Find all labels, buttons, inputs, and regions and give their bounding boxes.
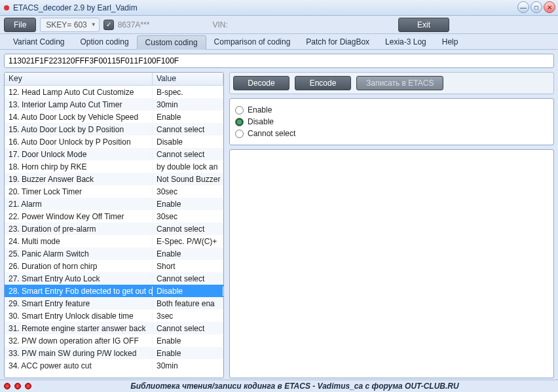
cell-key: 25. Panic Alarm Switch [5, 249, 153, 258]
detail-panel [229, 149, 554, 378]
radio-group: Enable Disable Cannot select [229, 98, 554, 145]
cell-value: Disable [153, 287, 223, 296]
cell-key: 24. Multi mode [5, 237, 153, 246]
toolbar: File SKEY= 603 ▼ ✓ 8637A*** VIN: Exit [0, 16, 558, 34]
cell-value: Disable [153, 137, 223, 147]
cell-value: Enable [153, 113, 223, 122]
maximize-button[interactable]: □ [530, 1, 542, 13]
action-row: Decode Encode Записать в ETACS [229, 72, 554, 94]
status-led-icon [14, 383, 21, 389]
table-row[interactable]: 26. Duration of horn chirpShort [5, 260, 223, 272]
write-etacs-button: Записать в ETACS [356, 76, 443, 90]
radio-enable[interactable]: Enable [235, 104, 548, 116]
cell-value: Enable [153, 349, 223, 358]
cell-key: 34. ACC power auto cut [5, 361, 153, 370]
encode-button[interactable]: Encode [295, 76, 351, 90]
status-led-icon [4, 383, 10, 389]
part-number-label: 8637A*** [118, 20, 150, 29]
table-row[interactable]: 15. Auto Door Lock by D PositionCannot s… [5, 123, 223, 135]
cell-key: 32. P/W down operation after IG OFF [5, 336, 153, 346]
status-led-icon [25, 383, 31, 389]
vin-label: VIN: [212, 20, 227, 29]
cell-key: 26. Duration of horn chirp [5, 262, 153, 271]
cell-value: Cannot select [153, 274, 223, 283]
table-row[interactable]: 27. Smart Entry Auto LockCannot select [5, 272, 223, 285]
code-input[interactable] [4, 54, 554, 68]
cell-key: 22. Power Window Key Off Timer [5, 212, 153, 221]
window-title: ETACS_decoder 2.9 by Earl_Vadim [13, 3, 138, 12]
cell-key: 20. Timer Lock Timer [5, 187, 153, 196]
table-row[interactable]: 23. Duration of pre-alarmCannot select [5, 223, 223, 235]
chevron-down-icon: ▼ [91, 22, 96, 27]
cell-value: Cannot select [153, 224, 223, 234]
cell-key: 19. Buzzer Answer Back [5, 175, 153, 184]
cell-value: E-Spec. P/W(C)+ [153, 237, 223, 246]
minimize-button[interactable]: — [517, 1, 529, 13]
table-row[interactable]: 28. Smart Entry Fob detected to get out … [5, 285, 223, 297]
decode-button[interactable]: Decode [233, 76, 289, 90]
tab-comparison-of-coding[interactable]: Comparison of coding [206, 35, 299, 49]
table-row[interactable]: 20. Timer Lock Timer30sec [5, 185, 223, 198]
tab-help[interactable]: Help [434, 35, 466, 49]
cell-value: 30sec [153, 187, 223, 196]
skey-dropdown[interactable]: SKEY= 603 ▼ [40, 18, 99, 32]
table-row[interactable]: 24. Multi modeE-Spec. P/W(C)+ [5, 235, 223, 247]
cell-value: by double lock an [153, 162, 223, 171]
header-key[interactable]: Key [5, 73, 153, 85]
cell-value: Not Sound Buzzer [153, 175, 223, 184]
table-row[interactable]: 14. Auto Door Lock by Vehicle SpeedEnabl… [5, 111, 223, 123]
table-row[interactable]: 34. ACC power auto cut30min [5, 359, 223, 372]
cell-key: 16. Auto Door Unlock by P Position [5, 137, 153, 147]
table-row[interactable]: 30. Smart Entry Unlock disable time3sec [5, 310, 223, 322]
app-icon [4, 5, 9, 10]
table-row[interactable]: 25. Panic Alarm SwitchEnable [5, 247, 223, 260]
cell-key: 18. Horn chirp by RKE [5, 162, 153, 171]
title-bar: ETACS_decoder 2.9 by Earl_Vadim — □ ✕ [0, 0, 558, 16]
table-row[interactable]: 19. Buzzer Answer BackNot Sound Buzzer [5, 173, 223, 185]
exit-button[interactable]: Exit [398, 18, 449, 32]
cell-key: 31. Remote engine starter answer back [5, 324, 153, 333]
radio-disable[interactable]: Disable [235, 116, 548, 128]
tab-lexia-3-log[interactable]: Lexia-3 Log [377, 35, 434, 49]
grid-body[interactable]: 12. Head Lamp Auto Cut CustomizeB-spec.1… [5, 86, 223, 378]
cell-value: Cannot select [153, 150, 223, 159]
close-button[interactable]: ✕ [544, 1, 555, 13]
cell-value: 3sec [153, 312, 223, 321]
tab-custom-coding[interactable]: Custom coding [137, 35, 206, 50]
cell-value: Short [153, 262, 223, 271]
table-row[interactable]: 16. Auto Door Unlock by P PositionDisabl… [5, 135, 223, 148]
tab-option-coding[interactable]: Option coding [73, 35, 137, 49]
file-button[interactable]: File [4, 18, 36, 32]
table-row[interactable]: 12. Head Lamp Auto Cut CustomizeB-spec. [5, 86, 223, 98]
header-value[interactable]: Value [153, 73, 223, 85]
status-message: Библиотека чтения/записи кодинга в ETACS… [35, 382, 554, 391]
tab-patch-for-diagbox[interactable]: Patch for DiagBox [298, 35, 377, 49]
table-row[interactable]: 18. Horn chirp by RKEby double lock an [5, 160, 223, 173]
cell-value: Both feature ena [153, 299, 223, 308]
table-row[interactable]: 31. Remote engine starter answer backCan… [5, 322, 223, 334]
table-row[interactable]: 32. P/W down operation after IG OFFEnabl… [5, 334, 223, 347]
table-row[interactable]: 21. AlarmEnable [5, 198, 223, 210]
radio-cannot-select[interactable]: Cannot select [235, 128, 548, 139]
cell-value: Enable [153, 249, 223, 258]
table-row[interactable]: 13. Interior Lamp Auto Cut Timer30min [5, 98, 223, 111]
content-area: Key Value 12. Head Lamp Auto Cut Customi… [0, 50, 558, 380]
skey-label: SKEY= 603 [46, 20, 86, 29]
cell-key: 33. P/W main SW during P/W locked [5, 349, 153, 358]
cell-key: 14. Auto Door Lock by Vehicle Speed [5, 113, 153, 122]
cell-key: 23. Duration of pre-alarm [5, 224, 153, 234]
table-row[interactable]: 17. Door Unlock ModeCannot select [5, 148, 223, 160]
cell-value: 30min [153, 361, 223, 370]
tab-variant-coding[interactable]: Variant Coding [5, 35, 73, 49]
table-row[interactable]: 33. P/W main SW during P/W lockedEnable [5, 347, 223, 359]
checkbox-toggle[interactable]: ✓ [103, 20, 114, 30]
cell-key: 29. Smart Entry feature [5, 299, 153, 308]
cell-value: 30sec [153, 212, 223, 221]
cell-key: 21. Alarm [5, 200, 153, 209]
cell-key: 28. Smart Entry Fob detected to get out … [5, 287, 153, 296]
cell-key: 13. Interior Lamp Auto Cut Timer [5, 100, 153, 109]
cell-key: 12. Head Lamp Auto Cut Customize [5, 88, 153, 97]
table-row[interactable]: 22. Power Window Key Off Timer30sec [5, 210, 223, 223]
split-pane: Key Value 12. Head Lamp Auto Cut Customi… [4, 72, 554, 378]
table-row[interactable]: 29. Smart Entry featureBoth feature ena [5, 297, 223, 310]
